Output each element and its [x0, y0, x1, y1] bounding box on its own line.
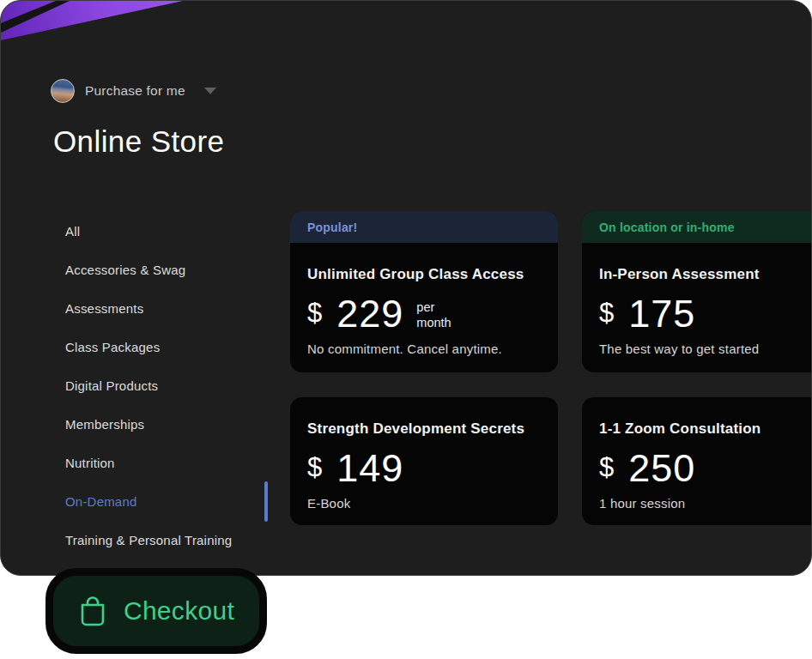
- price-period-line1: per: [416, 300, 434, 314]
- card-body: 1-1 Zoom Consultation $ 250 1 hour sessi…: [582, 397, 812, 524]
- product-card-unlimited-group-class-access[interactable]: Popular! Unlimited Group Class Access $ …: [290, 211, 558, 372]
- sidebar-scrollbar-thumb[interactable]: [264, 481, 268, 522]
- product-price: $ 149: [307, 449, 541, 487]
- popular-badge: Popular!: [290, 211, 558, 243]
- product-title: Strength Development Secrets: [307, 420, 541, 438]
- sidebar-item-on-demand[interactable]: On-Demand: [65, 482, 263, 521]
- sidebar-item-digital-products[interactable]: Digital Products: [65, 366, 263, 405]
- purchase-for-dropdown[interactable]: Purchase for me: [51, 79, 216, 103]
- purple-swoosh-decoration: [1, 1, 185, 44]
- product-price: $ 250: [599, 449, 812, 487]
- card-body: Unlimited Group Class Access $ 229 per m…: [290, 243, 558, 370]
- product-title: 1-1 Zoom Consultation: [599, 420, 812, 438]
- price-currency: $: [599, 298, 614, 329]
- user-avatar: [51, 79, 75, 103]
- price-currency: $: [307, 298, 322, 329]
- sidebar-item-memberships[interactable]: Memberships: [65, 405, 263, 444]
- product-subtext: 1 hour session: [599, 496, 812, 511]
- sidebar-item-nutrition[interactable]: Nutrition: [65, 444, 263, 482]
- price-amount: 149: [336, 449, 403, 487]
- product-card-strength-development-secrets[interactable]: Strength Development Secrets $ 149 E-Boo…: [290, 397, 558, 525]
- sidebar-item-all[interactable]: All: [65, 212, 263, 251]
- price-amount: 229: [336, 294, 403, 333]
- sidebar-item-training-personal-training[interactable]: Training & Personal Training: [65, 521, 263, 559]
- purchase-for-label: Purchase for me: [85, 83, 185, 99]
- product-card-1-1-zoom-consultation[interactable]: 1-1 Zoom Consultation $ 250 1 hour sessi…: [582, 397, 812, 525]
- product-subtext: E-Book: [307, 496, 541, 511]
- online-store-page: Purchase for me Online Store All Accesso…: [0, 0, 812, 659]
- product-card-in-person-assessment[interactable]: On location or in-home In-Person Assessm…: [582, 211, 812, 372]
- product-price: $ 175: [599, 294, 812, 332]
- on-location-badge: On location or in-home: [582, 211, 812, 243]
- shopping-bag-icon: [78, 595, 107, 627]
- category-sidebar: All Accessories & Swag Assessments Class…: [65, 212, 263, 559]
- product-subtext: The best way to get started: [599, 342, 812, 356]
- sidebar-item-class-packages[interactable]: Class Packages: [65, 328, 263, 366]
- sidebar-item-assessments[interactable]: Assessments: [65, 289, 263, 328]
- price-period: per month: [416, 299, 451, 330]
- store-window-panel: Purchase for me Online Store All Accesso…: [0, 0, 812, 576]
- product-price: $ 229 per month: [307, 294, 541, 332]
- price-period-line2: month: [416, 316, 451, 330]
- product-title: In-Person Assessment: [599, 266, 812, 283]
- price-currency: $: [599, 452, 614, 483]
- price-currency: $: [307, 452, 322, 483]
- page-title: Online Store: [53, 124, 224, 159]
- card-body: In-Person Assessment $ 175 The best way …: [582, 243, 812, 370]
- price-amount: 175: [628, 294, 695, 333]
- product-subtext: No commitment. Cancel anytime.: [307, 342, 541, 356]
- chevron-down-icon: [204, 88, 216, 94]
- card-body: Strength Development Secrets $ 149 E-Boo…: [290, 397, 558, 524]
- checkout-label: Checkout: [124, 596, 234, 626]
- product-title: Unlimited Group Class Access: [307, 266, 541, 283]
- sidebar-item-accessories-swag[interactable]: Accessories & Swag: [65, 251, 263, 289]
- price-amount: 250: [628, 449, 695, 487]
- checkout-button[interactable]: Checkout: [45, 568, 267, 654]
